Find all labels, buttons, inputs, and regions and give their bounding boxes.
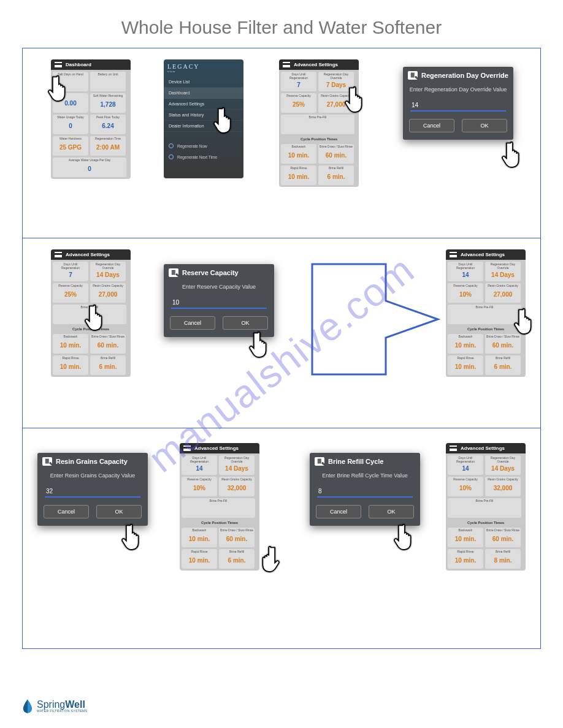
metric-tile[interactable]: Days Until Regeneration 14 bbox=[448, 455, 483, 475]
metric-tile[interactable]: Reserve Capacity 10% bbox=[448, 283, 483, 303]
metric-tile[interactable]: Brine Refill 6 min. bbox=[90, 355, 126, 375]
metric-tile[interactable]: Regeneration Day Override 7 Days bbox=[318, 72, 354, 91]
metric-tile[interactable]: Reserve Capacity 10% bbox=[182, 477, 217, 496]
modal-input[interactable]: 14 bbox=[410, 100, 506, 112]
metric-tile[interactable]: Peak Flow Today 6.24 bbox=[90, 115, 126, 134]
metric-tile[interactable]: Rapid Rinse 10 min. bbox=[448, 549, 483, 569]
metric-tile[interactable]: Brine Refill 6 min. bbox=[219, 549, 255, 569]
screen-title: Dashboard bbox=[66, 62, 91, 67]
modal-input[interactable]: 10 bbox=[171, 297, 267, 309]
hamburger-icon[interactable] bbox=[55, 252, 62, 257]
menu-item[interactable]: Status and History bbox=[164, 110, 243, 121]
app-header[interactable]: Advanced Settings bbox=[51, 249, 131, 260]
metric-tile[interactable]: Brine Refill 6 min. bbox=[318, 165, 354, 185]
metric-tile[interactable]: Resin Grains Capacity 27,000 bbox=[90, 283, 126, 303]
menu-item[interactable]: Dashboard bbox=[164, 88, 243, 99]
app-header[interactable]: Dashboard bbox=[51, 59, 131, 70]
metric-tile[interactable]: Regeneration Time 2:00 AM bbox=[90, 136, 126, 156]
metric-tile[interactable]: Backwash 10 min. bbox=[448, 334, 483, 354]
metric-tile[interactable]: Reserve Capacity 10% bbox=[448, 477, 483, 496]
metric-tile[interactable]: Backwash 10 min. bbox=[182, 528, 217, 547]
metric-tile[interactable]: Average Water Usage Per Day 0 bbox=[53, 157, 126, 177]
screen-adv-5: Advanced Settings Days Until Regeneratio… bbox=[446, 443, 526, 571]
brine-prefill-tile[interactable]: Brine Pre-Fill bbox=[448, 305, 521, 324]
menu-item[interactable]: Advanced Settings bbox=[164, 99, 243, 110]
metric-tile[interactable]: Rapid Rinse 10 min. bbox=[281, 165, 316, 185]
metric-tile[interactable]: Brine Refill 6 min. bbox=[485, 355, 521, 375]
metric-tile[interactable]: Backwash 10 min. bbox=[281, 144, 316, 164]
metric-tile[interactable]: Brine Draw / Slow Rinse 60 min. bbox=[485, 528, 521, 547]
ok-button[interactable]: OK bbox=[369, 505, 414, 518]
metric-tile[interactable]: Resin Grains Capacity 32,000 bbox=[219, 477, 255, 496]
metric-tile[interactable]: Reserve Capacity 25% bbox=[53, 283, 88, 303]
modal-subtitle: Enter Resin Grains Capacity Value bbox=[37, 470, 148, 483]
app-header[interactable]: Advanced Settings bbox=[279, 59, 359, 70]
metric-tile[interactable]: Brine Draw / Slow Rinse 60 min. bbox=[485, 334, 521, 354]
hamburger-icon[interactable] bbox=[450, 446, 457, 451]
section-label: Cycle Position Times bbox=[448, 326, 524, 332]
metric-tile[interactable]: Backwash 10 min. bbox=[448, 528, 483, 547]
metric-tile[interactable]: Rapid Rinse 10 min. bbox=[182, 549, 217, 569]
metric-tile[interactable]: Rapid Rinse 10 min. bbox=[448, 355, 483, 375]
brine-prefill-tile[interactable]: Brine Pre-Fill bbox=[182, 498, 255, 518]
modal-input[interactable]: 32 bbox=[45, 486, 140, 498]
hamburger-icon[interactable] bbox=[283, 62, 290, 67]
modal-subtitle: Enter Reserve Capacity Value bbox=[164, 281, 274, 295]
cancel-button[interactable]: Cancel bbox=[44, 505, 89, 518]
metric-tile[interactable]: Resin Grains Capacity 27,000 bbox=[485, 283, 521, 303]
cancel-button[interactable]: Cancel bbox=[170, 316, 215, 330]
metric-tile[interactable]: Salt Days on Hand bbox=[53, 72, 88, 91]
brand-name: SpringWell bbox=[37, 699, 85, 710]
metric-tile[interactable]: Brine Draw / Slow Rinse 60 min. bbox=[90, 334, 126, 354]
hamburger-icon[interactable] bbox=[183, 446, 191, 451]
hamburger-icon[interactable] bbox=[450, 252, 457, 257]
edit-icon: ≣ bbox=[408, 71, 418, 80]
ok-button[interactable]: OK bbox=[223, 316, 268, 330]
metric-tile[interactable]: Days Until Regeneration 14 bbox=[182, 455, 217, 475]
metric-tile[interactable]: Battery on Unit bbox=[90, 72, 126, 91]
hamburger-icon[interactable] bbox=[55, 62, 62, 67]
metric-tile[interactable]: Resin Grains Capacity 27,000 bbox=[318, 93, 354, 113]
brine-prefill-tile[interactable]: Brine Pre-Fill bbox=[53, 305, 126, 324]
arrow-icon bbox=[306, 258, 447, 381]
brine-prefill-tile[interactable]: Brine Pre-Fill bbox=[281, 115, 354, 134]
metric-tile[interactable]: Days Until Regeneration 14 bbox=[448, 262, 483, 281]
menu-radio[interactable]: Regenerate Now bbox=[164, 140, 243, 151]
metric-tile[interactable]: Water Usage Today 0 bbox=[53, 115, 88, 134]
metric-tile[interactable]: Days Until Regeneration 7 bbox=[281, 72, 316, 91]
metric-tile[interactable]: Brine Draw / Slow Rinse 60 min. bbox=[318, 144, 354, 164]
metric-tile[interactable]: Brine Draw / Slow Rinse 60 min. bbox=[219, 528, 255, 547]
screen-title: Advanced Settings bbox=[294, 62, 338, 67]
ok-button[interactable]: OK bbox=[96, 505, 142, 518]
ok-button[interactable]: OK bbox=[462, 119, 507, 132]
cancel-button[interactable]: Cancel bbox=[409, 119, 454, 132]
metric-tile[interactable]: Days Until Regeneration 7 bbox=[53, 262, 88, 281]
row-1: Dashboard Salt Days on Hand Battery on U… bbox=[23, 48, 540, 238]
brine-prefill-tile[interactable]: Brine Pre-Fill bbox=[448, 498, 521, 518]
menu-item[interactable]: Dealer Information bbox=[164, 121, 243, 132]
metric-tile[interactable]: Resin Grains Capacity 32,000 bbox=[485, 477, 521, 496]
screen-adv-3: Advanced Settings Days Until Regeneratio… bbox=[446, 249, 526, 377]
app-header[interactable]: Advanced Settings bbox=[180, 443, 259, 453]
screen-adv-2: Advanced Settings Days Until Regeneratio… bbox=[51, 249, 131, 377]
menu-radio[interactable]: Regenerate Next Time bbox=[164, 151, 243, 162]
metric-tile[interactable]: Regeneration Day Override 14 Days bbox=[485, 455, 521, 475]
modal-input[interactable]: 8 bbox=[317, 486, 413, 498]
metric-tile[interactable]: Brine Refill 8 min. bbox=[485, 549, 521, 569]
metric-tile[interactable]: Regeneration Day Override 14 Days bbox=[219, 455, 255, 475]
app-header[interactable]: Advanced Settings bbox=[446, 249, 526, 260]
modal-header: ≣Regeneration Day Override bbox=[403, 67, 513, 84]
metric-tile[interactable]: 0.00 bbox=[53, 93, 88, 113]
menu-item[interactable]: Device List bbox=[164, 77, 243, 88]
metric-tile[interactable]: Backwash 10 min. bbox=[53, 334, 88, 354]
metric-tile[interactable]: Regeneration Day Override 14 Days bbox=[90, 262, 126, 281]
metric-tile[interactable]: Reserve Capacity 25% bbox=[281, 93, 316, 113]
metric-tile[interactable]: Regeneration Day Override 14 Days bbox=[485, 262, 521, 281]
metric-tile[interactable]: Rapid Rinse 10 min. bbox=[53, 355, 88, 375]
cancel-button[interactable]: Cancel bbox=[316, 505, 361, 518]
screen-title: Advanced Settings bbox=[66, 252, 110, 257]
row-3: ≣Resin Grains Capacity Enter Resin Grain… bbox=[23, 428, 540, 649]
metric-tile[interactable]: Soft Water Remaining 1,728 bbox=[90, 93, 126, 113]
app-header[interactable]: Advanced Settings bbox=[446, 443, 526, 453]
metric-tile[interactable]: Water Hardness 25 GPG bbox=[53, 136, 88, 156]
